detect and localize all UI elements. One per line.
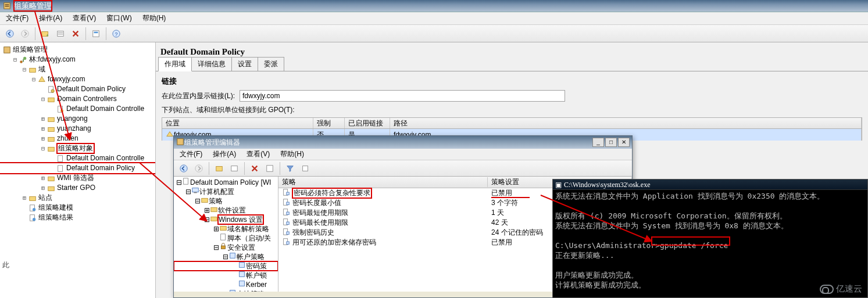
- ed-tree-pol[interactable]: ⊟策略: [174, 196, 278, 206]
- ed-tree-script[interactable]: ⊞脚本（启动/关: [174, 234, 278, 243]
- svg-point-20: [60, 109, 63, 112]
- editor-menubar: 文件(F) 操作(A) 查看(V) 帮助(H): [174, 149, 632, 160]
- list-icon[interactable]: [53, 27, 67, 41]
- menu-action[interactable]: 操作(A): [37, 12, 65, 24]
- tab-settings[interactable]: 设置: [231, 57, 258, 71]
- svg-rect-51: [240, 263, 245, 268]
- menu-view[interactable]: 查看(V): [70, 12, 98, 24]
- editor-toolbar: [174, 160, 632, 177]
- svg-rect-41: [184, 178, 188, 185]
- ed-tree-win[interactable]: ⊟Windows 设置: [174, 215, 278, 224]
- ed-extra-icon[interactable]: [298, 161, 312, 175]
- tree-results[interactable]: ⊟组策略结果: [0, 213, 155, 222]
- ed-menu-help[interactable]: 帮助(H): [278, 148, 306, 160]
- svg-rect-40: [303, 166, 308, 171]
- ed-menu-file[interactable]: 文件(F): [177, 148, 205, 160]
- tree-sites[interactable]: ⊞站点: [0, 193, 155, 203]
- folder-up-icon[interactable]: [38, 27, 52, 41]
- tab-scope[interactable]: 作用域: [158, 57, 192, 71]
- col-policy[interactable]: 策略: [278, 177, 488, 187]
- ed-tree-sec[interactable]: ⊟安全设置: [174, 243, 278, 252]
- ed-tree-sw[interactable]: ⊞软件设置: [174, 206, 278, 215]
- tree-dc[interactable]: ⊟Domain Controllers: [0, 94, 155, 104]
- tab-delegation[interactable]: 委派: [258, 57, 284, 71]
- ed-tree-pwd[interactable]: ⊟密码策: [174, 261, 278, 271]
- col-force[interactable]: 强制: [313, 118, 345, 128]
- close-button[interactable]: ✕: [618, 138, 630, 147]
- tree-starter[interactable]: ⊞Starter GPO: [0, 183, 155, 193]
- command-prompt[interactable]: ▣C:\Windows\system32\osk.exe 系统无法在消息文件中为…: [552, 179, 868, 298]
- svg-point-36: [195, 164, 202, 171]
- editor-titlebar: 组策略管理编辑器 _ □ ✕: [174, 136, 632, 149]
- col-link[interactable]: 已启用链接: [345, 118, 390, 128]
- editor-tree[interactable]: ⊟Default Domain Policy [WI ⊟计算机配置 ⊟策略 ⊞软…: [174, 177, 278, 292]
- ed-props-icon[interactable]: [263, 161, 277, 175]
- ed-tree-lock[interactable]: ⊟帐户锁: [174, 271, 278, 280]
- refresh-icon[interactable]: [89, 27, 103, 41]
- svg-rect-58: [287, 202, 289, 204]
- menu-file[interactable]: 文件(F): [3, 12, 31, 24]
- tree-domain[interactable]: ⊟fdwxyjy.com: [0, 74, 155, 84]
- ed-tree-dns[interactable]: ⊞域名解析策略: [174, 224, 278, 234]
- svg-point-35: [180, 164, 187, 171]
- nav-back-icon[interactable]: [3, 27, 17, 41]
- show-links-input[interactable]: [240, 90, 565, 102]
- menu-window[interactable]: 窗口(W): [104, 12, 134, 24]
- ed-tree-comp[interactable]: ⊟计算机配置: [174, 187, 278, 196]
- delete-icon[interactable]: [69, 27, 83, 41]
- tree-root[interactable]: 组策略管理: [0, 45, 155, 55]
- svg-rect-11: [4, 46, 10, 53]
- svg-rect-54: [230, 290, 235, 292]
- minimize-button[interactable]: _: [592, 138, 604, 147]
- gpo-links-label: 下列站点、域和组织单位链接到此 GPO(T):: [162, 105, 862, 115]
- tree-domains[interactable]: ⊟域: [0, 64, 155, 74]
- ed-filter-icon[interactable]: [283, 161, 297, 175]
- ed-tree-root[interactable]: ⊟Default Domain Policy [WI: [174, 178, 278, 187]
- ed-menu-view[interactable]: 查看(V): [244, 148, 272, 160]
- tree-forest[interactable]: ⊟林: fdwxyjy.com: [0, 55, 155, 64]
- ed-forward-icon[interactable]: [192, 161, 206, 175]
- svg-rect-18: [48, 98, 55, 102]
- col-location[interactable]: 位置: [162, 118, 313, 128]
- ed-back-icon[interactable]: [177, 161, 191, 175]
- tree-ou2[interactable]: ⊞yuanzhang: [0, 124, 155, 134]
- tree-gpo1[interactable]: ⊟Default Domain Controlle: [0, 153, 155, 163]
- tree-modeling[interactable]: ⊟组策略建模: [0, 203, 155, 213]
- ed-delete-icon[interactable]: [248, 161, 262, 175]
- svg-point-12: [20, 60, 22, 63]
- tree-panel[interactable]: 组策略管理 ⊟林: fdwxyjy.com ⊟域 ⊟fdwxyjy.com ⊟D…: [0, 42, 156, 298]
- ed-list-icon[interactable]: [227, 161, 241, 175]
- svg-rect-48: [221, 234, 226, 240]
- tab-details[interactable]: 详细信息: [191, 57, 232, 71]
- ed-tree-kerb[interactable]: ⊟Kerber: [174, 280, 278, 289]
- tree-ou3[interactable]: ⊞zhuren: [0, 134, 155, 143]
- tree-ddp[interactable]: ⊟Default Domain Policy: [0, 84, 155, 94]
- editor-title: 组策略管理编辑器: [184, 138, 240, 148]
- nav-forward-icon[interactable]: [18, 27, 32, 41]
- policy-icon: [282, 188, 290, 198]
- tree-wmi[interactable]: ⊞WMI 筛选器: [0, 173, 155, 183]
- watermark-logo-icon: [820, 285, 834, 294]
- help-icon[interactable]: ?: [109, 27, 123, 41]
- svg-point-33: [33, 218, 35, 221]
- svg-rect-56: [287, 192, 289, 195]
- tree-ou1[interactable]: ⊞yuangong: [0, 114, 155, 124]
- maximize-button[interactable]: □: [605, 138, 617, 147]
- tree-gpo-obj[interactable]: ⊟组策略对象: [0, 143, 155, 153]
- svg-rect-21: [48, 117, 55, 121]
- menu-help[interactable]: 帮助(H): [140, 12, 169, 24]
- ed-tree-local[interactable]: ⊞本地策略: [174, 289, 278, 292]
- ed-up-icon[interactable]: [212, 161, 226, 175]
- tree-ddcp[interactable]: ⊟Default Domain Controlle: [0, 104, 155, 114]
- tree-gpo2[interactable]: ⊟Default Domain Policy: [0, 163, 155, 173]
- svg-rect-47: [220, 226, 227, 230]
- svg-rect-42: [192, 188, 199, 192]
- main-titlebar: 组策略管理: [0, 0, 868, 12]
- col-path[interactable]: 路径: [390, 118, 862, 128]
- svg-rect-60: [287, 212, 289, 214]
- svg-rect-50: [230, 253, 235, 258]
- svg-rect-62: [287, 222, 289, 224]
- ed-tree-acct[interactable]: ⊟帐户策略: [174, 252, 278, 261]
- svg-rect-13: [23, 59, 24, 62]
- ed-menu-action[interactable]: 操作(A): [210, 148, 238, 160]
